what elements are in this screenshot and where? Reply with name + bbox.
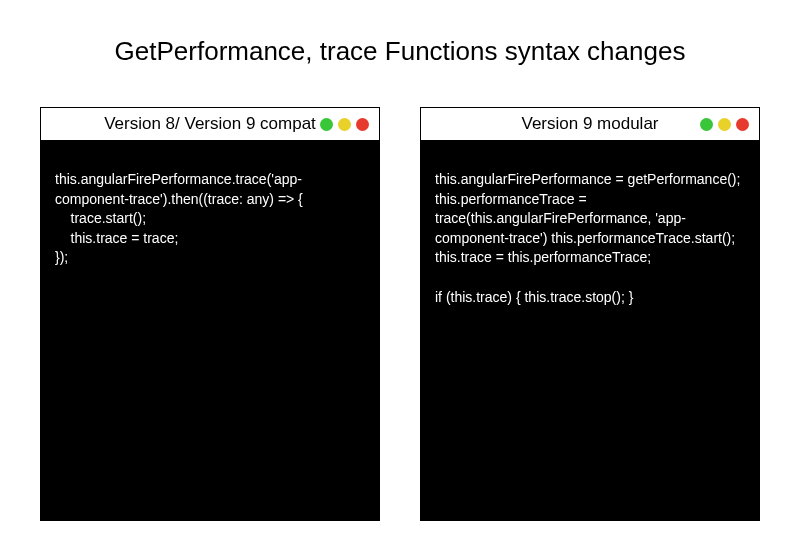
panels-container: Version 8/ Version 9 compat this.angular…	[0, 107, 800, 521]
code-body-left: this.angularFirePerformance.trace('app-c…	[41, 140, 379, 520]
traffic-dot-green-icon	[320, 118, 333, 131]
code-window-v8-compat: Version 8/ Version 9 compat this.angular…	[40, 107, 380, 521]
traffic-dot-yellow-icon	[338, 118, 351, 131]
page-title: GetPerformance, trace Functions syntax c…	[0, 36, 800, 67]
window-titlebar-right: Version 9 modular	[421, 108, 759, 140]
traffic-lights-right	[700, 118, 749, 131]
code-body-right: this.angularFirePerformance = getPerform…	[421, 140, 759, 520]
traffic-lights-left	[320, 118, 369, 131]
code-window-v9-modular: Version 9 modular this.angularFirePerfor…	[420, 107, 760, 521]
traffic-dot-red-icon	[736, 118, 749, 131]
traffic-dot-yellow-icon	[718, 118, 731, 131]
traffic-dot-green-icon	[700, 118, 713, 131]
window-titlebar-left: Version 8/ Version 9 compat	[41, 108, 379, 140]
traffic-dot-red-icon	[356, 118, 369, 131]
